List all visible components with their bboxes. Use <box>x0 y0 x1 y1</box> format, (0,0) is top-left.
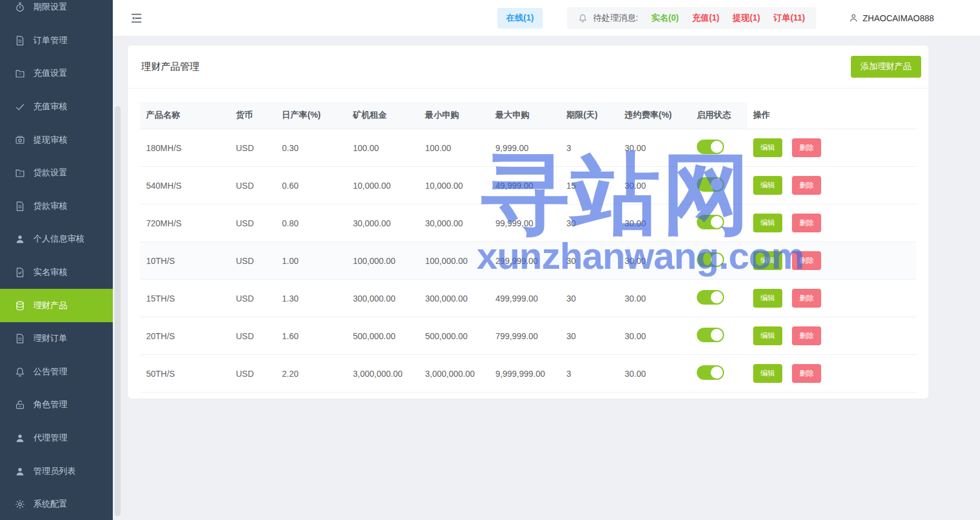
toggle-knob <box>711 216 723 228</box>
pending-recharge-link[interactable]: 充值(1) <box>692 13 719 24</box>
cell-penalty: 30.00 <box>619 242 691 280</box>
cell-penalty: 30.00 <box>619 317 691 355</box>
table-header-row: 产品名称 货币 日产率(%) 矿机租金 最小申购 最大申购 期限(天) 违约费率… <box>140 102 916 129</box>
sidebar-item-withdrawal-review[interactable]: 提现审核 <box>0 123 113 157</box>
cell-max: 9,999,999.00 <box>489 355 560 393</box>
edit-button[interactable]: 编辑 <box>753 364 782 383</box>
user-icon <box>15 433 25 444</box>
sidebar-item-label: 贷款设置 <box>33 167 67 178</box>
cell-currency: USD <box>230 167 276 204</box>
table-row: 15TH/S USD 1.30 300,000.00 300,000.00 49… <box>140 280 916 317</box>
edit-button[interactable]: 编辑 <box>753 138 782 157</box>
enable-toggle[interactable] <box>697 140 724 154</box>
delete-button[interactable]: 删除 <box>792 214 821 232</box>
sidebar-item-loan-review[interactable]: 贷款审核 <box>0 190 113 223</box>
delete-button[interactable]: 删除 <box>792 289 821 308</box>
sidebar-item-personal-info-review[interactable]: 个人信息审核 <box>0 223 113 256</box>
page-title: 理财产品管理 <box>141 61 200 73</box>
sidebar-item-label: 代理管理 <box>33 433 67 444</box>
toggle-knob <box>711 141 723 153</box>
sidebar-item-label: 系统配置 <box>33 499 67 510</box>
table-row: 540MH/S USD 0.60 10,000.00 10,000.00 49,… <box>140 167 916 204</box>
pending-realname-link[interactable]: 实名(0) <box>651 13 679 24</box>
sidebar-item-admin-list[interactable]: 管理员列表 <box>0 454 113 488</box>
cell-max: 799,999.00 <box>489 317 560 355</box>
delete-button[interactable]: 删除 <box>792 251 821 270</box>
cell-min: 30,000.00 <box>419 204 489 242</box>
add-product-button[interactable]: 添加理财产品 <box>851 56 921 78</box>
card-header: 理财产品管理 添加理财产品 <box>128 46 928 89</box>
cell-min: 100.00 <box>419 129 489 167</box>
enable-toggle[interactable] <box>697 290 724 305</box>
user-icon <box>15 466 25 477</box>
enable-toggle[interactable] <box>697 252 724 267</box>
pending-withdrawal-link[interactable]: 提现(1) <box>733 13 760 24</box>
cell-penalty: 30.00 <box>619 355 691 393</box>
cell-max: 499,999.00 <box>489 280 560 317</box>
sidebar: 期限设置 订单管理 充值设置 充值审核 <box>0 0 113 520</box>
cell-max: 49,999.00 <box>489 167 560 204</box>
sidebar-scrollbar[interactable] <box>115 106 121 516</box>
database-icon <box>15 300 25 311</box>
cell-currency: USD <box>230 129 276 167</box>
edit-button[interactable]: 编辑 <box>753 214 782 232</box>
sidebar-item-recharge-review[interactable]: 充值审核 <box>0 90 113 124</box>
sidebar-item-wealth-products[interactable]: 理财产品 <box>0 289 113 322</box>
pending-messages-label: 待处理消息: <box>593 13 638 24</box>
delete-button[interactable]: 删除 <box>792 176 821 195</box>
sidebar-item-agent-management[interactable]: 代理管理 <box>0 422 113 455</box>
edit-button[interactable]: 编辑 <box>753 289 782 308</box>
col-product-name: 产品名称 <box>140 102 230 129</box>
pending-messages-label-group: 待处理消息: <box>578 13 638 24</box>
user-menu[interactable]: ZHAOCAIMAO888 <box>848 13 934 23</box>
cell-days: 3 <box>560 129 619 167</box>
pending-orders-link[interactable]: 订单(11) <box>773 13 805 24</box>
sidebar-item-label: 订单管理 <box>33 35 67 46</box>
sidebar-item-term-settings[interactable]: 期限设置 <box>0 0 113 24</box>
enable-toggle[interactable] <box>697 215 724 229</box>
sidebar-item-realname-review[interactable]: 实名审核 <box>0 256 113 289</box>
delete-button[interactable]: 删除 <box>792 326 821 345</box>
cell-penalty: 30.00 <box>619 204 691 242</box>
check-icon <box>15 101 25 112</box>
file-check-icon <box>15 267 25 278</box>
sidebar-item-announcement-management[interactable]: 公告管理 <box>0 356 113 389</box>
cell-daily-rate: 1.00 <box>276 242 347 280</box>
lock-icon <box>15 399 25 410</box>
col-penalty: 违约费率(%) <box>619 102 691 129</box>
edit-button[interactable]: 编辑 <box>753 176 782 195</box>
wealth-products-card: 理财产品管理 添加理财产品 产品名称 货币 <box>128 46 928 399</box>
sidebar-item-system-config[interactable]: 系统配置 <box>0 488 113 520</box>
online-badge[interactable]: 在线(1) <box>497 8 543 29</box>
cell-product-name: 10TH/S <box>140 242 230 280</box>
toggle-knob <box>711 366 723 379</box>
sidebar-item-loan-settings[interactable]: 贷款设置 <box>0 157 113 190</box>
enable-toggle[interactable] <box>697 328 724 342</box>
edit-button[interactable]: 编辑 <box>753 251 782 270</box>
cell-product-name: 540MH/S <box>140 167 230 204</box>
sidebar-item-recharge-settings[interactable]: 充值设置 <box>0 57 113 90</box>
col-status: 启用状态 <box>691 102 747 129</box>
wallet-icon <box>15 135 25 146</box>
sidebar-item-label: 充值审核 <box>33 101 67 112</box>
cell-daily-rate: 2.20 <box>276 355 347 393</box>
cell-days: 30 <box>560 280 619 317</box>
file-icon <box>15 35 25 46</box>
sidebar-item-role-management[interactable]: 角色管理 <box>0 388 113 422</box>
enable-toggle[interactable] <box>697 177 724 192</box>
delete-button[interactable]: 删除 <box>792 138 821 157</box>
sidebar-item-wealth-orders[interactable]: 理财订单 <box>0 322 113 356</box>
delete-button[interactable]: 删除 <box>792 364 821 383</box>
topbar: 在线(1) 待处理消息: 实名(0) 充值(1) 提现(1) 订单(11) ZH… <box>113 0 980 36</box>
edit-button[interactable]: 编辑 <box>753 326 782 345</box>
enable-toggle[interactable] <box>697 365 724 380</box>
cell-rent: 10,000.00 <box>347 167 419 204</box>
col-rent: 矿机租金 <box>347 102 419 129</box>
sidebar-item-label: 充值设置 <box>33 68 67 79</box>
cell-min: 500,000.00 <box>419 317 489 355</box>
cell-min: 300,000.00 <box>419 280 489 317</box>
cell-daily-rate: 0.60 <box>276 167 347 204</box>
menu-fold-icon[interactable] <box>130 12 143 25</box>
sidebar-item-order-management[interactable]: 订单管理 <box>0 24 113 58</box>
sidebar-item-label: 贷款审核 <box>33 201 67 212</box>
